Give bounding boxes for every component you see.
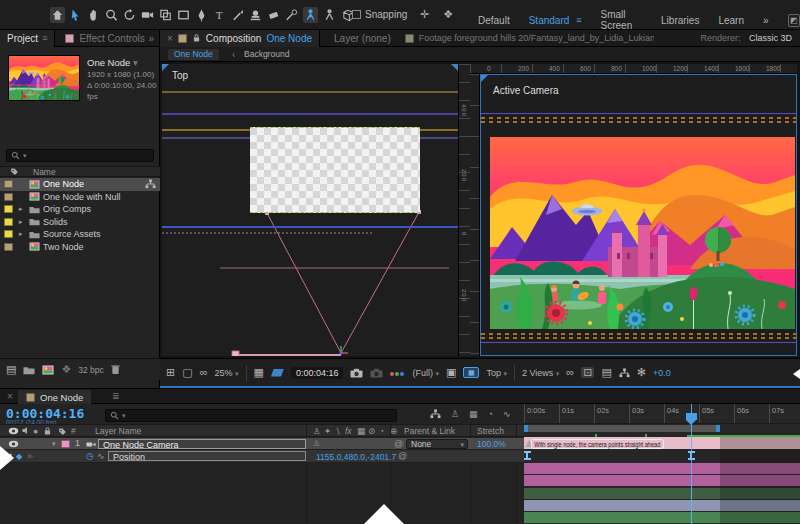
close-icon[interactable]: × (7, 391, 13, 402)
shy-switch-icon[interactable]: ♙ (313, 426, 321, 436)
pan-behind-tool-icon[interactable] (158, 7, 173, 23)
collapse-switch-icon[interactable]: ✦ (324, 426, 331, 436)
rectangle-tool-icon[interactable] (176, 7, 191, 23)
expression-graph-icon[interactable]: ∿ (97, 451, 105, 461)
lock-icon[interactable] (192, 33, 201, 43)
project-item-name[interactable]: Solids (43, 217, 68, 227)
hand-tool-icon[interactable] (86, 7, 101, 23)
tab-project[interactable]: Project ≡ (0, 30, 55, 47)
show-snapshot-icon[interactable] (370, 368, 383, 378)
monitor-icon[interactable]: ▢ (182, 367, 192, 378)
grid-guides-icon[interactable]: ▦ (254, 367, 264, 378)
pen-tool-icon[interactable] (194, 7, 209, 23)
label-color-chip[interactable] (4, 193, 13, 201)
project-search-input[interactable]: ▾ (6, 149, 154, 162)
timeline-button-icon[interactable]: ▤ (601, 367, 611, 378)
timeline-tab[interactable]: One Node (18, 390, 91, 404)
close-icon[interactable]: × (167, 33, 173, 44)
workspace-standard[interactable]: Standard (529, 15, 570, 26)
label-color-chip[interactable] (4, 180, 13, 188)
zoom-tool-icon[interactable] (104, 7, 119, 23)
snap-options-icon[interactable]: ❖ (443, 9, 453, 20)
number-column-header[interactable]: # (71, 426, 76, 436)
layer-marker-comment[interactable]: With single node, the camera points stra… (531, 439, 663, 449)
snapshot-icon[interactable] (350, 368, 363, 378)
selection-tool-icon[interactable] (68, 7, 83, 23)
home-tool-icon[interactable] (50, 7, 65, 23)
workspace-default[interactable]: Default (478, 15, 510, 26)
new-composition-icon[interactable] (42, 365, 54, 375)
expand-chevron-icon[interactable]: ▸ (19, 230, 23, 238)
stereo-glasses-icon[interactable]: ∞ (200, 367, 208, 378)
stretch-value[interactable]: 100.0% (477, 439, 506, 449)
panel-menu-icon[interactable]: ≡ (42, 33, 47, 43)
collapse-chevron-icon[interactable]: ▾ (52, 440, 56, 448)
project-item[interactable]: ▸ One Node with Null (0, 191, 160, 204)
label-color-chip[interactable] (61, 440, 70, 448)
brush-tool-icon[interactable] (230, 7, 245, 23)
eraser-tool-icon[interactable] (266, 7, 281, 23)
bit-depth-button[interactable]: 32 bpc (78, 365, 104, 375)
snap-to-features-icon[interactable]: ✛ (420, 9, 429, 20)
exposure-value[interactable]: +0.0 (653, 368, 671, 378)
effects-switch-icon[interactable]: fx (345, 426, 352, 436)
project-item-name[interactable]: Two Node (43, 242, 84, 252)
project-item[interactable]: ▸ Orig Comps (0, 203, 160, 216)
lock-column-icon[interactable] (43, 426, 52, 436)
new-folder-icon[interactable] (23, 365, 35, 375)
workspace-learn[interactable]: Learn (718, 15, 744, 26)
project-item[interactable]: ▸ Solids (0, 216, 160, 229)
position-property-row[interactable]: ◀ ◆ ▶ ◷ ∿ Position 1155.0,480.0,-2401.7 … (0, 450, 524, 462)
hide-shy-icon[interactable]: ♙ (451, 409, 459, 419)
video-column-icon[interactable] (8, 427, 19, 435)
workspace-libraries[interactable]: Libraries (661, 15, 699, 26)
composition-layer-plane[interactable] (250, 127, 420, 213)
flowchart-button-icon[interactable] (619, 368, 630, 378)
item-name-caret-icon[interactable]: ▾ (133, 57, 138, 68)
layer-row-camera[interactable]: ▾ 1 One Node Camera ♙ @ None▾ 100.0% (0, 438, 524, 450)
share-view-icon[interactable]: ∞ (566, 367, 574, 378)
renderer-value[interactable]: Classic 3D (749, 33, 792, 43)
workspace-overflow-icon[interactable]: » (763, 15, 769, 26)
frame-blend-switch-icon[interactable]: ▦ (357, 426, 365, 436)
project-item-name[interactable]: One Node with Null (43, 192, 121, 202)
keyframe-icon[interactable] (524, 451, 531, 460)
rotate-tool-icon[interactable] (122, 7, 137, 23)
panel-menu-icon[interactable]: ≣ (112, 391, 120, 401)
project-item-name[interactable]: Source Assets (43, 229, 101, 239)
playhead-handle[interactable] (686, 413, 697, 420)
resolution-select[interactable]: (Full) ▾ (412, 368, 439, 378)
reset-exposure-icon[interactable]: ✻ (637, 367, 646, 378)
label-column-icon[interactable] (10, 167, 19, 176)
layer-name[interactable]: One Node Camera (98, 439, 306, 449)
expand-chevron-icon[interactable]: ▸ (19, 205, 23, 213)
time-ruler[interactable]: 0:00s01s02s03s04s05s06s07s (524, 404, 800, 424)
view-layout-select[interactable]: 2 Views ▾ (522, 368, 559, 378)
pick-whip-icon[interactable]: @ (394, 439, 403, 449)
label-column-icon[interactable] (58, 427, 67, 436)
camera-tool-icon[interactable] (140, 7, 155, 23)
motion-blur-switch-icon[interactable]: ⊘ (368, 426, 375, 436)
magnification-select[interactable]: 25% ▾ (214, 368, 238, 378)
tab-overflow-icon[interactable]: » (148, 33, 154, 44)
project-item-name[interactable]: One Node (43, 179, 84, 189)
solo-column-icon[interactable]: ● (33, 426, 38, 436)
orbit-camera-tool-icon[interactable] (303, 7, 318, 23)
snapping-checkbox[interactable] (352, 10, 361, 19)
label-color-chip[interactable] (4, 243, 13, 251)
audio-column-icon[interactable] (21, 426, 30, 435)
view-layout-icon[interactable]: ⊞ (166, 367, 175, 378)
frame-blend-icon[interactable]: ▦ (469, 409, 478, 419)
project-item[interactable]: ▸ Two Node (0, 241, 160, 254)
expand-chevron-icon[interactable]: ▸ (19, 218, 23, 226)
timeline-graph-area[interactable]: 0:00s01s02s03s04s05s06s07s With single n… (524, 404, 800, 524)
pixel-aspect-correction-icon[interactable]: ⊡ (581, 367, 594, 378)
project-item[interactable]: ▸ Source Assets (0, 228, 160, 241)
parent-select[interactable]: None▾ (406, 439, 468, 449)
quality-switch-icon[interactable]: ∖ (335, 426, 340, 436)
label-color-chip[interactable] (4, 218, 13, 226)
label-color-chip[interactable] (4, 230, 13, 238)
position-value[interactable]: 1155.0,480.0,-2401.7 (316, 452, 396, 462)
property-name[interactable]: Position (108, 451, 306, 461)
view-select[interactable]: Top ▾ (486, 368, 507, 378)
